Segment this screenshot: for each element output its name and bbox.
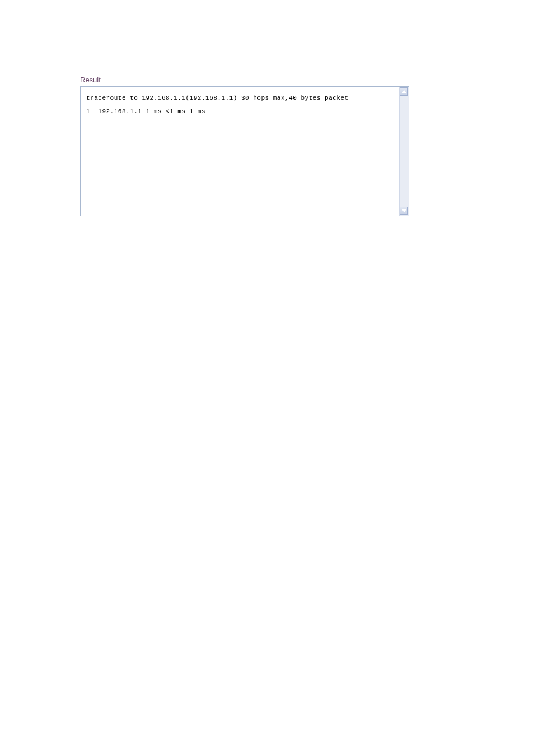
arrow-down-icon: [402, 209, 406, 212]
result-label: Result: [80, 76, 409, 84]
scroll-down-button[interactable]: [400, 207, 408, 215]
scroll-up-button[interactable]: [400, 87, 408, 96]
result-content: traceroute to 192.168.1.1(192.168.1.1) 3…: [81, 87, 400, 216]
arrow-up-icon: [402, 90, 406, 93]
result-box: traceroute to 192.168.1.1(192.168.1.1) 3…: [80, 86, 409, 216]
scrollbar-track[interactable]: [399, 87, 409, 216]
